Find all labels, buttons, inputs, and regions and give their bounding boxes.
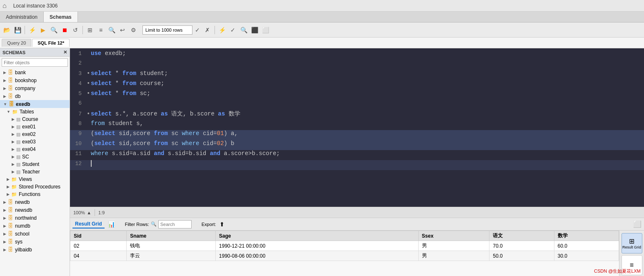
top-bar: ⌂ Local instance 3306 [0, 0, 644, 12]
sidebar-item-sys[interactable]: ▶ 🗄 sys [0, 238, 70, 246]
home-icon[interactable]: ⌂ [2, 2, 7, 10]
sidebar-item-teacher[interactable]: ▶ ▤ Teacher [0, 168, 70, 176]
separator-2 [82, 26, 83, 34]
zoom-up-icon[interactable]: ▲ [87, 210, 91, 215]
limit-input[interactable] [142, 25, 192, 35]
sidebar-item-exe02[interactable]: ▶ ▤ exe02 [0, 130, 70, 138]
chevron-down-icon: ▼ [7, 110, 10, 114]
sidebar-item-newsdb[interactable]: ▶ 🗄 newsdb [0, 206, 70, 214]
misc-icon5[interactable]: ⬜ [260, 25, 270, 35]
sidebar-item-newdb[interactable]: ▶ 🗄 newdb [0, 198, 70, 206]
sidebar-item-school[interactable]: ▶ 🗄 school [0, 230, 70, 238]
result-grid-btn[interactable]: ⊞ Result Grid [622, 233, 642, 253]
redo-icon[interactable]: ⚙ [128, 25, 138, 35]
sidebar-item-sc[interactable]: ▶ ▤ SC [0, 153, 70, 161]
sidebar-item-company[interactable]: ▶ 🗄 company [0, 84, 70, 92]
limit-apply-icon[interactable]: ✓ [192, 25, 202, 35]
tab-query20[interactable]: Query 20 [2, 39, 31, 47]
table-row[interactable]: 02 钱电 1990-12-21 00:00:00 男 70.0 60.0 [70, 241, 619, 251]
export-icon[interactable]: ⬆ [220, 221, 225, 228]
save-icon[interactable]: 💾 [12, 25, 22, 35]
misc-icon4[interactable]: ⬛ [250, 25, 260, 35]
toggle-icon[interactable]: ⊞ [85, 25, 95, 35]
tab-result-grid[interactable]: Result Grid [72, 220, 105, 228]
sidebar-item-bookshop[interactable]: ▶ 🗄 bookshop [0, 76, 70, 84]
result-table: Sid Sname Sage Ssex 语文 数学 02 钱电 [70, 231, 619, 261]
expand-icon[interactable]: ⬜ [633, 220, 642, 228]
db-icon: 🗄 [9, 101, 14, 107]
chevron-right-icon: ▶ [3, 240, 6, 244]
execute-selected-icon[interactable]: ▶ [38, 25, 48, 35]
tab-sqlfile12[interactable]: SQL File 12* [32, 39, 70, 47]
undo-icon[interactable]: ↩ [117, 25, 127, 35]
sidebar-item-northwind[interactable]: ▶ 🗄 northwind [0, 214, 70, 222]
export-label: Export: [202, 222, 216, 227]
sidebar-item-numdb[interactable]: ▶ 🗄 numdb [0, 222, 70, 230]
filter-rows-input[interactable] [158, 220, 192, 228]
search-icon[interactable]: 🔍 [107, 25, 117, 35]
code-line-5: 5 • select * from sc; [70, 90, 644, 100]
limit-box: ✓ ✗ [142, 25, 212, 35]
db-icon: 🗄 [8, 246, 13, 253]
db-icon: 🗄 [8, 85, 13, 91]
chevron-right-icon: ▶ [3, 224, 6, 228]
chevron-right-icon: ▶ [3, 208, 6, 212]
result-grid[interactable]: Sid Sname Sage Ssex 语文 数学 02 钱电 [70, 231, 619, 276]
chart-icon[interactable]: 📊 [108, 221, 115, 228]
misc-icon2[interactable]: ✓ [228, 25, 238, 35]
execute-icon[interactable]: ⚡ [27, 25, 37, 35]
sidebar-item-yilbaidb[interactable]: ▶ 🗄 yilbaidb [0, 246, 70, 253]
watermark: CSDN @生如夏花LXM [594, 268, 641, 274]
refresh-icon[interactable]: ↺ [70, 25, 80, 35]
chevron-right-icon: ▶ [7, 185, 10, 189]
results-bottom: Sid Sname Sage Ssex 语文 数学 02 钱电 [70, 231, 644, 276]
table-icon: ▤ [16, 154, 20, 160]
beautify-icon[interactable]: ≡ [96, 25, 106, 35]
sidebar-item-tables[interactable]: ▼ 📁 Tables [0, 108, 70, 115]
sidebar-item-db[interactable]: ▶ 🗄 db [0, 92, 70, 100]
open-icon[interactable]: 📂 [2, 25, 12, 35]
limit-clear-icon[interactable]: ✗ [202, 25, 212, 35]
folder-icon: 📁 [12, 109, 18, 115]
filter-input[interactable] [2, 58, 68, 67]
chevron-right-icon: ▶ [3, 94, 6, 98]
sidebar-item-exe03[interactable]: ▶ ▤ exe03 [0, 138, 70, 146]
sidebar-tree: ▶ 🗄 bank ▶ 🗄 bookshop ▶ 🗄 company ▶ 🗄 db [0, 68, 70, 276]
sidebar-item-exe01[interactable]: ▶ ▤ exe01 [0, 123, 70, 130]
sidebar-item-views[interactable]: ▶ 📁 Views [0, 176, 70, 183]
filter-rows: Filter Rows: 🔍 [125, 220, 192, 228]
chevron-right-icon: ▶ [3, 78, 6, 83]
sidebar-item-bank[interactable]: ▶ 🗄 bank [0, 68, 70, 76]
stop-icon[interactable]: ⏹ [60, 25, 70, 35]
sidebar-item-stored-procedures[interactable]: ▶ 📁 Stored Procedures [0, 183, 70, 191]
cell-sname: 李云 [127, 251, 216, 261]
sidebar-item-functions[interactable]: ▶ 📁 Functions [0, 191, 70, 198]
misc-icon3[interactable]: 🔍 [239, 25, 249, 35]
tab-administration[interactable]: Administration [0, 12, 44, 22]
code-line-6: 6 [70, 100, 644, 110]
table-header-row: Sid Sname Sage Ssex 语文 数学 [70, 231, 619, 241]
chevron-right-icon: ▶ [12, 117, 15, 121]
explain-icon[interactable]: 🔍 [49, 25, 59, 35]
code-line-8: 8 from student s, [70, 120, 644, 130]
folder-icon: 📁 [11, 192, 17, 197]
misc-icon1[interactable]: ⚡ [217, 25, 227, 35]
chevron-right-icon: ▶ [12, 170, 15, 174]
sidebar-item-exedb[interactable]: ▼ 🗄 exedb [0, 100, 70, 108]
cell-sid: 04 [70, 251, 127, 261]
tab-schemas[interactable]: Schemas [44, 12, 78, 22]
table-row[interactable]: 04 李云 1990-08-06 00:00:00 男 50.0 30.0 [70, 251, 619, 261]
table-icon: ▤ [16, 132, 20, 137]
col-shuxue: 数学 [554, 231, 619, 241]
chevron-down-icon: ▼ [3, 102, 7, 106]
table-icon: ▤ [16, 162, 20, 167]
chevron-right-icon: ▶ [3, 86, 6, 90]
sidebar-item-course[interactable]: ▶ ▤ Course [0, 115, 70, 123]
schemas-header: SCHEMAS ✕ [0, 48, 70, 57]
cell-ssex: 男 [418, 251, 489, 261]
sidebar-item-student[interactable]: ▶ ▤ Student [0, 161, 70, 168]
chevron-right-icon: ▶ [3, 216, 6, 220]
code-editor[interactable]: 1 use exedb; 2 3 • select * from student… [70, 48, 644, 207]
sidebar-item-exe04[interactable]: ▶ ▤ exe04 [0, 146, 70, 153]
chevron-right-icon: ▶ [12, 125, 15, 129]
